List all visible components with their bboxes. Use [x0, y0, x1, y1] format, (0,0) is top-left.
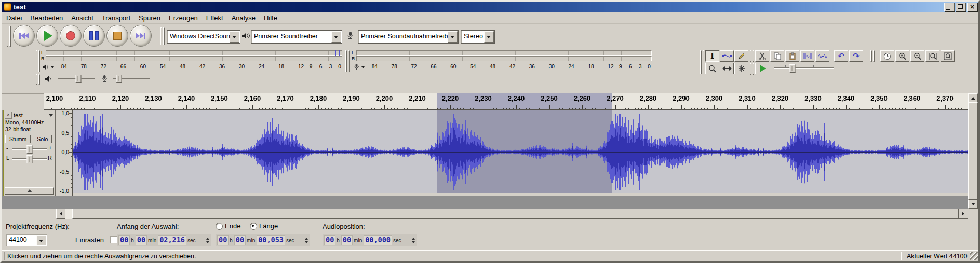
toolbar-grip[interactable]: [160, 27, 165, 45]
draw-tool-button[interactable]: [734, 50, 748, 62]
menu-item-analyse[interactable]: Analyse: [227, 12, 260, 23]
menu-item-transport[interactable]: Transport: [98, 12, 135, 23]
playback-meter-bar-right[interactable]: [46, 56, 342, 61]
track-gain-slider[interactable]: [11, 144, 48, 154]
recording-device-select[interactable]: Primärer Soundaufnahmetreiber: [358, 30, 459, 44]
menu-item-effekt[interactable]: Effekt: [202, 12, 227, 23]
time-shift-tool-button[interactable]: [720, 63, 734, 74]
track-menu-dropdown-icon[interactable]: [49, 114, 53, 119]
minutes-value[interactable]: 00: [234, 235, 246, 245]
silence-audio-button[interactable]: [815, 50, 829, 62]
playback-meter-bar-left[interactable]: [46, 50, 342, 56]
selection-tool-button[interactable]: I: [705, 50, 719, 62]
selection-start-field[interactable]: 00 h 00 min 02,216 sec: [117, 234, 211, 246]
minutes-value[interactable]: 00: [341, 235, 353, 245]
zoom-in-button[interactable]: [895, 50, 909, 62]
paste-button[interactable]: [785, 50, 799, 62]
multi-tool-button[interactable]: [734, 63, 748, 74]
recording-meter[interactable]: L R -84-78-72-66-60-54-48-42-36-30-24-18…: [352, 50, 652, 73]
recording-channels-select[interactable]: Stereo: [461, 30, 495, 44]
time-spinner[interactable]: [206, 238, 210, 243]
track-pan-slider-thumb[interactable]: [26, 155, 32, 163]
record-button[interactable]: [60, 25, 82, 47]
menu-item-hilfe[interactable]: Hilfe: [260, 12, 281, 23]
toolbar-grip[interactable]: [750, 50, 755, 62]
input-volume-slider-thumb[interactable]: [116, 75, 122, 83]
sync-clock-button[interactable]: [880, 50, 894, 62]
scroll-left-button[interactable]: [56, 209, 65, 219]
zoom-out-button[interactable]: [910, 50, 924, 62]
scroll-right-button[interactable]: [959, 209, 968, 219]
toolbar-grip[interactable]: [36, 74, 41, 85]
fit-project-button[interactable]: [941, 50, 955, 62]
waveform-canvas[interactable]: [73, 110, 968, 193]
toolbar-grip[interactable]: [870, 50, 875, 62]
track-vertical-ruler[interactable]: 1,00,50,0-0,5-1,0: [56, 110, 73, 196]
fit-selection-button[interactable]: [925, 50, 939, 62]
solo-button[interactable]: Solo: [33, 135, 52, 143]
end-radio[interactable]: Ende: [216, 222, 240, 230]
playback-meter[interactable]: L R -84-78-72-66-60-54-48-42-36-30-24-18…: [41, 50, 342, 73]
horizontal-scrollbar-thumb[interactable]: [72, 209, 959, 219]
hours-value[interactable]: 00: [324, 235, 335, 245]
input-volume-slider[interactable]: [112, 74, 151, 83]
track-collapse-button[interactable]: [5, 187, 54, 195]
cut-button[interactable]: [755, 50, 769, 62]
window-resize-grip[interactable]: [970, 252, 978, 260]
menu-item-spuren[interactable]: Spuren: [135, 12, 165, 23]
zoom-tool-button[interactable]: [705, 63, 719, 74]
recording-meter-bar-right[interactable]: [356, 56, 652, 61]
vertical-scrollbar[interactable]: [968, 93, 978, 209]
output-volume-slider[interactable]: [57, 74, 96, 83]
recording-meter-bar-left[interactable]: [356, 50, 652, 56]
toolbar-grip[interactable]: [7, 26, 11, 47]
close-button[interactable]: ×: [967, 3, 977, 11]
audio-host-select[interactable]: Windows DirectSound: [167, 30, 240, 44]
skip-to-end-button[interactable]: [130, 25, 152, 47]
length-radio[interactable]: Länge: [250, 222, 278, 230]
time-spinner[interactable]: [304, 238, 308, 243]
seconds-value[interactable]: 00,053: [257, 235, 285, 245]
envelope-tool-button[interactable]: [720, 50, 734, 62]
redo-button[interactable]: ↷: [849, 50, 863, 62]
track-gain-slider-thumb[interactable]: [26, 145, 32, 154]
seconds-value[interactable]: 02,216: [158, 235, 186, 245]
output-volume-slider-thumb[interactable]: [75, 75, 81, 83]
waveform-display[interactable]: [73, 110, 969, 196]
title-bar[interactable]: test ×: [2, 2, 978, 12]
hours-value[interactable]: 00: [217, 235, 229, 245]
dropdown-arrow-icon[interactable]: [484, 31, 494, 43]
stop-button[interactable]: [106, 25, 128, 47]
menu-item-datei[interactable]: Datei: [2, 12, 26, 23]
menu-item-ansicht[interactable]: Ansicht: [67, 12, 98, 23]
toolbar-grip[interactable]: [750, 63, 755, 75]
timeline-ruler[interactable]: [44, 93, 968, 110]
dropdown-arrow-icon[interactable]: [230, 31, 239, 43]
horizontal-scrollbar[interactable]: [56, 209, 968, 219]
minimize-button[interactable]: [944, 3, 955, 11]
vertical-scrollbar-thumb[interactable]: [968, 102, 978, 200]
undo-button[interactable]: ↶: [834, 50, 848, 62]
mute-button[interactable]: Stumm: [5, 135, 31, 143]
scroll-up-button[interactable]: [968, 93, 978, 102]
meter-dropdown-icon[interactable]: [361, 66, 365, 70]
dropdown-arrow-icon[interactable]: [448, 31, 458, 43]
meter-dropdown-icon[interactable]: [51, 66, 54, 70]
selection-length-field[interactable]: 00 h 00 min 00,053 sec: [216, 234, 310, 246]
scroll-down-button[interactable]: [968, 200, 978, 209]
minutes-value[interactable]: 00: [136, 235, 147, 245]
menu-item-erzeugen[interactable]: Erzeugen: [165, 12, 202, 23]
toolbar-grip[interactable]: [36, 50, 41, 72]
hours-value[interactable]: 00: [118, 235, 130, 245]
playback-speed-slider-thumb[interactable]: [790, 64, 796, 73]
toolbar-grip[interactable]: [700, 50, 705, 74]
maximize-button[interactable]: [956, 3, 966, 11]
play-button[interactable]: [36, 25, 58, 47]
track-close-button[interactable]: ×: [5, 112, 12, 119]
pause-button[interactable]: [83, 25, 105, 47]
dropdown-arrow-icon[interactable]: [331, 31, 341, 43]
time-spinner[interactable]: [411, 238, 415, 243]
playback-device-select[interactable]: Primärer Soundtreiber: [251, 30, 342, 44]
play-at-speed-button[interactable]: [755, 63, 769, 74]
snap-to-checkbox[interactable]: [110, 236, 117, 243]
